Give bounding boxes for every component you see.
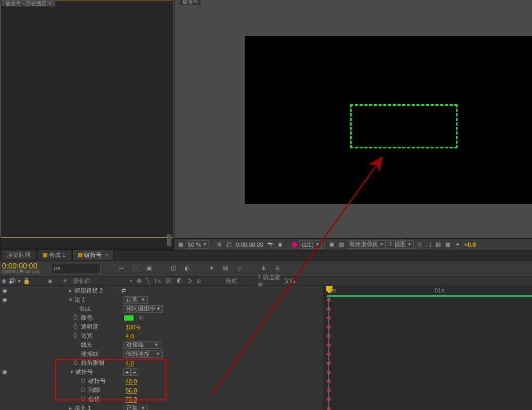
- current-timecode[interactable]: 0:00:00:00: [2, 262, 40, 270]
- stopwatch-icon[interactable]: Ò: [81, 378, 88, 384]
- keyframe-marker[interactable]: [327, 352, 331, 357]
- effects-panel-tab[interactable]: 破折号 · 形状图层 ×: [2, 0, 55, 6]
- draft3d-icon[interactable]: ⬚: [130, 264, 140, 273]
- line-cap-dropdown[interactable]: 对接端▼: [123, 341, 161, 349]
- motion-blur-icon[interactable]: ◐: [182, 264, 192, 273]
- keyframe-marker[interactable]: [327, 324, 331, 330]
- color-swatch[interactable]: [123, 315, 134, 321]
- resolution-dropdown[interactable]: (1/2)▼: [300, 240, 322, 249]
- keyframe-marker[interactable]: [327, 361, 331, 366]
- keyframe-marker[interactable]: [327, 370, 331, 375]
- dash-add-button[interactable]: +: [123, 369, 131, 376]
- keyframe-marker[interactable]: [327, 342, 331, 348]
- mode-column[interactable]: 模式: [226, 277, 257, 285]
- show-snapshot-icon[interactable]: ◉: [276, 240, 284, 249]
- keyframe-marker[interactable]: [327, 306, 331, 312]
- offset-value[interactable]: 73.0: [126, 396, 137, 403]
- composition-tab[interactable]: 破折号: [180, 0, 201, 5]
- solo-column-icon[interactable]: ●: [18, 278, 21, 285]
- keyframe-marker[interactable]: [327, 397, 331, 402]
- miter-limit-value[interactable]: 4.0: [126, 360, 134, 366]
- panel-resize-handle[interactable]: [167, 235, 171, 246]
- prop-rect-path[interactable]: ◉▸ 矩形路径 2 ⇄: [0, 286, 323, 295]
- tab-render-queue[interactable]: 渲染队列: [1, 249, 36, 260]
- stroke-mode-dropdown[interactable]: 正常▼: [123, 296, 148, 304]
- prop-gap[interactable]: Ò 间隙 56.0: [0, 386, 323, 395]
- composition-preview[interactable]: [245, 36, 532, 204]
- switches-column[interactable]: • ✽ ╲ fx 圓 ◐ ⊘ ⊕: [129, 277, 226, 285]
- timeline-tracks[interactable]: 0s 01s 02s /*rows background*/: [323, 286, 532, 410]
- time-ruler[interactable]: 0s 01s 02s: [323, 286, 532, 296]
- close-icon[interactable]: ×: [105, 253, 108, 258]
- prop-offset[interactable]: Ò 偏移 73.0: [0, 395, 323, 404]
- frame-blend-icon[interactable]: ◫: [169, 264, 178, 273]
- zoom-dropdown[interactable]: 50 %▼: [186, 240, 209, 249]
- keyframe-marker[interactable]: [327, 388, 331, 393]
- opacity-value[interactable]: 100%: [126, 324, 140, 330]
- region-icon[interactable]: ▣: [328, 240, 336, 249]
- keyframe-marker[interactable]: [327, 297, 331, 303]
- stopwatch-icon[interactable]: Ò: [73, 324, 81, 330]
- keyframe-marker[interactable]: [327, 406, 331, 410]
- preview-timecode[interactable]: 0:00:00:00: [234, 241, 265, 248]
- keyframe-marker[interactable]: [327, 315, 331, 321]
- view-layout-dropdown[interactable]: 1 视图▼: [387, 240, 413, 249]
- dashed-stroke-shape[interactable]: [350, 104, 458, 148]
- search-input[interactable]: ρ▾: [52, 264, 101, 273]
- prop-opacity[interactable]: Ò 透明度 100%: [0, 322, 323, 331]
- stopwatch-icon[interactable]: Ò: [81, 387, 88, 393]
- stroke-width-value[interactable]: 4.0: [126, 333, 134, 339]
- number-column[interactable]: #: [60, 278, 70, 285]
- audio-column-icon[interactable]: 🔊: [9, 278, 16, 285]
- reset-exposure-icon[interactable]: ✦: [453, 240, 462, 249]
- grid-icon[interactable]: ▦: [176, 240, 185, 249]
- hide-shy-icon[interactable]: ▣: [144, 264, 154, 273]
- prop-color[interactable]: Ò 颜色 ⎘: [0, 313, 323, 322]
- line-join-dropdown[interactable]: 倾斜连接▼: [123, 350, 163, 358]
- prop-dash[interactable]: Ò 破折号 40.0: [0, 376, 323, 386]
- parent-column[interactable]: 父级: [284, 277, 311, 285]
- prop-line-join[interactable]: 连接线 倾斜连接▼: [0, 349, 323, 358]
- stopwatch-icon[interactable]: Ò: [73, 333, 81, 339]
- prop-stroke-width[interactable]: Ò 边宽 4.0: [0, 331, 323, 340]
- mask-icon[interactable]: ◫: [225, 240, 233, 249]
- auto-keyframe-icon[interactable]: ◇: [235, 264, 244, 273]
- graph-editor-icon[interactable]: ▤: [221, 264, 230, 273]
- prop-miter-limit[interactable]: Ò 斜角限制 4.0: [0, 358, 323, 367]
- dash-value[interactable]: 40.0: [126, 378, 137, 384]
- expand-icon[interactable]: ⊕: [259, 264, 269, 273]
- label-column-icon[interactable]: ◆: [48, 278, 52, 284]
- pixel-aspect-icon[interactable]: ⊡: [415, 240, 423, 249]
- name-column[interactable]: 源名称: [70, 277, 129, 285]
- composite-dropdown[interactable]: 相同编组中 ▾: [123, 305, 163, 313]
- visibility-column-icon[interactable]: ◉: [2, 278, 7, 285]
- collapse-icon[interactable]: ⊖: [273, 264, 282, 273]
- color-channel-icon[interactable]: ⬤: [290, 240, 298, 249]
- keyframe-marker[interactable]: [327, 379, 331, 384]
- prop-fill[interactable]: ▸ 填充 1 正常▼: [0, 404, 323, 410]
- dash-remove-button[interactable]: −: [131, 369, 138, 376]
- prop-composite[interactable]: 合成 相同编组中 ▾: [0, 304, 323, 313]
- stopwatch-icon[interactable]: Ò: [73, 360, 81, 366]
- snapshot-icon[interactable]: 📷: [266, 240, 275, 249]
- exposure-value[interactable]: +0.0: [463, 241, 478, 248]
- stopwatch-icon[interactable]: Ò: [81, 396, 88, 402]
- work-area-bar[interactable]: [327, 295, 532, 297]
- prop-dash-group[interactable]: ◉▾ 破折号 +−: [0, 367, 323, 376]
- brainstorm-icon[interactable]: ✦: [207, 264, 217, 273]
- composition-mini-flowchart-icon[interactable]: ⊸: [117, 264, 126, 273]
- lock-column-icon[interactable]: 🔒: [23, 278, 30, 285]
- ruler-icon[interactable]: ⊞: [215, 240, 223, 249]
- timeline-icon[interactable]: ▤: [434, 240, 443, 249]
- eyedropper-icon[interactable]: ⎘: [137, 315, 144, 321]
- gap-value[interactable]: 56.0: [126, 387, 137, 394]
- tab-active-comp[interactable]: 破折号×: [72, 249, 114, 260]
- camera-dropdown[interactable]: 有效摄像机▼: [347, 240, 386, 249]
- flowchart-icon[interactable]: ▦: [444, 240, 452, 249]
- transparency-grid-icon[interactable]: ▨: [337, 240, 346, 249]
- fill-mode-dropdown[interactable]: 正常▼: [123, 405, 148, 411]
- prop-line-cap[interactable]: 线头 对接端▼: [0, 340, 323, 349]
- prop-stroke1[interactable]: ◉▾ 边 1 正常▼: [0, 295, 323, 304]
- fast-preview-icon[interactable]: ⬚: [425, 240, 433, 249]
- keyframe-marker[interactable]: [327, 333, 331, 339]
